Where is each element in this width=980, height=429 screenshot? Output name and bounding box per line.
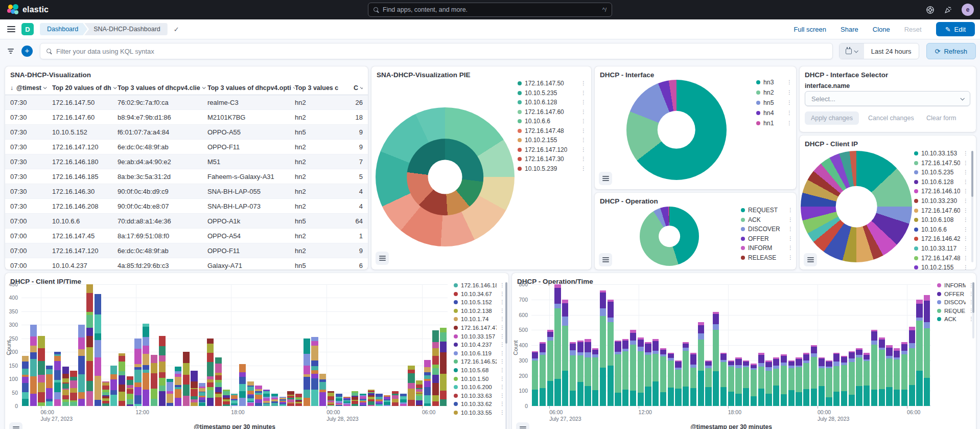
stacked-bar[interactable] <box>819 357 825 406</box>
stacked-bar[interactable] <box>683 342 689 406</box>
table-row[interactable]: 07:00172.16.147.458a:17:69:51:08:f0OPPO-… <box>5 229 368 243</box>
stacked-bar[interactable] <box>660 348 666 406</box>
stacked-bar[interactable] <box>916 300 922 406</box>
stacked-bar[interactable] <box>304 338 310 406</box>
stacked-bar[interactable] <box>22 356 29 406</box>
legend-item[interactable]: 10.10.33.117⋮ <box>914 245 968 252</box>
client-ip-pie-chart[interactable] <box>801 151 912 262</box>
stacked-bar[interactable] <box>199 383 205 406</box>
news-party-icon[interactable] <box>944 6 952 14</box>
stacked-bar[interactable] <box>247 381 254 406</box>
legend-actions-icon[interactable]: ⋮ <box>500 359 505 364</box>
legend-actions-icon[interactable]: ⋮ <box>787 100 792 105</box>
legend-actions-icon[interactable]: ⋮ <box>963 198 968 204</box>
legend-item[interactable]: hn3⋮ <box>756 79 792 86</box>
stacked-bar[interactable] <box>432 330 439 406</box>
legend-actions-icon[interactable]: ⋮ <box>500 300 505 305</box>
legend-actions-icon[interactable]: ⋮ <box>963 217 968 222</box>
kql-filter-input[interactable] <box>56 48 826 55</box>
stacked-bar[interactable] <box>311 337 318 406</box>
stacked-bar[interactable] <box>400 394 407 406</box>
legend-actions-icon[interactable]: ⋮ <box>963 208 968 213</box>
stacked-bar[interactable] <box>440 328 447 406</box>
legend-item[interactable]: 172.16.147.48⋮ <box>914 255 968 262</box>
stacked-bar[interactable] <box>540 342 546 406</box>
stacked-bar[interactable] <box>175 367 181 406</box>
legend-item[interactable]: OFFER⋮ <box>741 235 793 242</box>
stacked-bar[interactable] <box>127 376 133 406</box>
clone-button[interactable]: Clone <box>873 26 890 33</box>
table-row[interactable]: 07:30172.16.146.1809e:ab:d4:a4:90:e2M51h… <box>5 154 368 169</box>
stacked-bar[interactable] <box>713 312 719 406</box>
legend-item[interactable]: 172.16.147.30⋮ <box>518 155 586 163</box>
stacked-bar[interactable] <box>615 341 621 406</box>
stacked-bar[interactable] <box>408 366 414 406</box>
stacked-bar[interactable] <box>223 390 229 406</box>
stacked-bar[interactable] <box>110 366 117 406</box>
table-row[interactable]: 07:30172.16.146.20890:0f:0c:4b:e8:07SNA-… <box>5 199 368 214</box>
legend-actions-icon[interactable]: ⋮ <box>788 208 793 213</box>
table-row[interactable]: 07:3010.10.5.152f6:01:07:7a:a4:84OPPO-A5… <box>5 125 368 140</box>
stacked-bar[interactable] <box>765 360 772 406</box>
stacked-bar[interactable] <box>54 352 61 406</box>
legend-actions-icon[interactable]: ⋮ <box>787 80 792 85</box>
stacked-bar[interactable] <box>743 360 749 406</box>
stacked-bar[interactable] <box>608 300 614 406</box>
column-header[interactable]: Top 3 values of dhcpv4.clie <box>118 84 207 92</box>
legend-item[interactable]: OFFER⋮ <box>937 291 974 297</box>
stacked-bar[interactable] <box>255 386 262 406</box>
stacked-bar[interactable] <box>38 336 44 407</box>
stacked-bar[interactable] <box>86 284 93 406</box>
legend-item[interactable]: 10.10.6.6⋮ <box>518 118 586 125</box>
legend-actions-icon[interactable]: ⋮ <box>500 385 505 390</box>
table-row[interactable]: 07:30172.16.147.1206e:dc:0c:48:9f:abOPPO… <box>5 140 368 154</box>
legend-actions-icon[interactable]: ⋮ <box>963 256 968 261</box>
stacked-bar[interactable] <box>62 367 69 406</box>
table-row[interactable]: 07:0010.10.6.670:dd:a8:a1:4e:36OPPO-A1kh… <box>5 214 368 229</box>
legend-item[interactable]: 10.10.33.153⋮ <box>914 150 968 157</box>
stacked-bar[interactable] <box>424 360 431 406</box>
stacked-bar[interactable] <box>95 294 101 406</box>
table-row[interactable]: 07:0010.10.4.2374a:85:fd:29:6b:c3Galaxy-… <box>5 258 368 269</box>
client-ip-time-chart[interactable]: 05010015020025030035040045006:00July 27,… <box>21 284 448 406</box>
legend-item[interactable]: 10.10.33.62⋮ <box>454 401 505 407</box>
stacked-bar[interactable] <box>392 391 399 406</box>
stacked-bar[interactable] <box>924 295 930 406</box>
stacked-bar[interactable] <box>78 325 85 406</box>
stacked-bar[interactable] <box>295 394 302 406</box>
legend-scrollbar[interactable] <box>505 282 507 429</box>
legend-item[interactable]: 172.16.147.120⋮ <box>518 146 586 153</box>
stacked-bar[interactable] <box>585 339 591 406</box>
table-row[interactable]: 07:30172.16.146.1858a:be:3c:5a:31:2dFahe… <box>5 169 368 184</box>
stacked-bar[interactable] <box>864 353 870 406</box>
legend-item[interactable]: 10.10.1.50⋮ <box>454 376 505 382</box>
legend-actions-icon[interactable]: ⋮ <box>500 368 505 373</box>
legend-actions-icon[interactable]: ⋮ <box>963 151 968 156</box>
refresh-button[interactable]: ⟳ Refresh <box>926 43 976 59</box>
breadcrumb-current[interactable]: SNA-DHCP-Dashboard <box>84 23 168 35</box>
stacked-bar[interactable] <box>183 352 190 406</box>
legend-item[interactable]: 10.10.33.63⋮ <box>454 393 505 399</box>
legend-item[interactable]: 172.16.146.42⋮ <box>914 235 968 242</box>
legend-toggle-button[interactable] <box>599 172 612 185</box>
menu-hamburger-icon[interactable] <box>7 26 15 32</box>
clear-form-button[interactable]: Clear form <box>926 115 956 122</box>
stacked-bar[interactable] <box>600 290 606 406</box>
legend-item[interactable]: 10.10.5.152⋮ <box>454 299 505 305</box>
stacked-bar[interactable] <box>167 379 173 406</box>
legend-actions-icon[interactable]: ⋮ <box>500 308 505 313</box>
legend-actions-icon[interactable]: ⋮ <box>963 179 968 185</box>
full-screen-button[interactable]: Full screen <box>794 26 826 33</box>
legend-toggle-button[interactable] <box>516 422 529 429</box>
legend-item[interactable]: hn1⋮ <box>756 120 792 127</box>
stacked-bar[interactable] <box>30 325 37 406</box>
operation-time-chart[interactable]: 010020030040050060070080006:00July 27, 2… <box>531 284 931 406</box>
stacked-bar[interactable] <box>773 357 779 406</box>
stacked-bar[interactable] <box>728 360 734 406</box>
legend-item[interactable]: 172.16.146.181⋮ <box>454 282 505 288</box>
legend-item[interactable]: DISCOVER⋮ <box>741 225 793 233</box>
legend-toggle-button[interactable] <box>599 253 612 266</box>
filter-menu-button[interactable] <box>4 44 17 58</box>
legend-item[interactable]: hn5⋮ <box>756 99 792 106</box>
table-row[interactable]: 07:30172.16.147.5076:02:9c:7a:f0:carealm… <box>5 95 368 110</box>
